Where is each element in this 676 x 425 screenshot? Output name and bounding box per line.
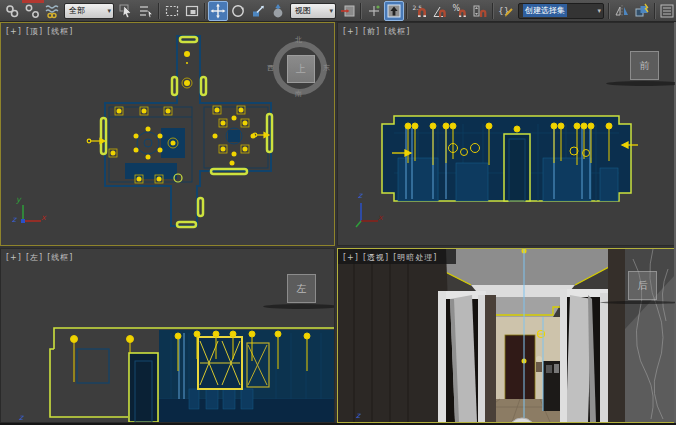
toolbar-separator <box>608 3 610 19</box>
viewport-name-button[interactable]: [顶] <box>26 27 43 36</box>
viewcube-shadow <box>600 301 676 304</box>
toolbar-separator <box>204 3 206 19</box>
select-object-icon[interactable] <box>116 1 136 21</box>
toolbar-separator <box>406 3 408 19</box>
axis-z-label: z <box>356 411 360 420</box>
select-by-name-icon[interactable] <box>136 1 156 21</box>
svg-text:%: % <box>453 3 461 12</box>
window-edge-fragment <box>22 0 44 3</box>
axis-x-label: x <box>378 213 383 222</box>
compass-north-label: 北 <box>295 35 302 45</box>
compass-east-label: 东 <box>323 63 330 73</box>
layer-manager-icon[interactable] <box>658 1 676 21</box>
dropdown-arrow-icon: ▾ <box>326 7 333 15</box>
viewport-left[interactable]: [+][左][线框] <box>0 248 335 423</box>
viewcube-back-face[interactable]: 后 <box>628 271 657 300</box>
coordinate-system-value: 视图 <box>295 5 311 16</box>
snaps-toggle-2-5-icon[interactable]: 2.5 <box>410 1 430 21</box>
viewport-shading-button[interactable]: [线框] <box>384 27 410 36</box>
selection-filter-value: 全部 <box>69 5 85 16</box>
axis-y-label: y <box>16 195 21 204</box>
perspective-scene <box>338 249 675 422</box>
select-and-rotate-icon[interactable] <box>228 1 248 21</box>
unlink-selection-icon[interactable] <box>22 1 42 21</box>
viewport-left-label[interactable]: [+][左][线框] <box>6 252 77 263</box>
viewport-name-button[interactable]: [前] <box>363 27 380 36</box>
spinner-snap-toggle-icon[interactable] <box>470 1 490 21</box>
front-elevation-drawing <box>338 23 675 245</box>
window-crossing-icon[interactable] <box>182 1 202 21</box>
percent-snap-toggle-icon[interactable]: % <box>450 1 470 21</box>
dropdown-arrow-icon: ▾ <box>104 7 111 15</box>
left-elevation-drawing <box>1 249 334 422</box>
viewcube-shadow <box>606 81 676 86</box>
compass-south-label: 南 <box>295 89 302 99</box>
viewport-menu-button[interactable]: [+] <box>343 27 359 36</box>
selection-filter-dropdown[interactable]: 全部 ▾ <box>64 3 114 19</box>
compass-west-label: 西 <box>267 63 274 73</box>
rectangular-selection-region-icon[interactable] <box>162 1 182 21</box>
viewport-name-button[interactable]: [透视] <box>363 253 389 262</box>
angle-snap-toggle-icon[interactable] <box>430 1 450 21</box>
select-and-place-icon[interactable] <box>268 1 288 21</box>
mirror-icon[interactable] <box>612 1 632 21</box>
toolbar-separator <box>360 3 362 19</box>
viewcube-compass-ring[interactable]: 上 北 东 南 西 <box>273 41 327 95</box>
viewport-front-label[interactable]: [+][前][线框] <box>343 26 414 37</box>
viewport-menu-button[interactable]: [+] <box>6 27 22 36</box>
viewport-shading-button[interactable]: [明暗处理] <box>393 253 437 262</box>
main-toolbar: 全部 ▾ 视图 ▾ 2.5 % <box>0 0 676 22</box>
axis-x-label: x <box>41 213 46 222</box>
viewport-front[interactable]: [+][前][线框] <box>337 22 676 246</box>
viewport-top-label[interactable]: [+][顶][线框] <box>6 26 77 37</box>
viewport-menu-button[interactable]: [+] <box>343 253 359 262</box>
select-and-manipulate-icon[interactable] <box>364 1 384 21</box>
viewcube-top-face[interactable]: 上 <box>287 55 315 83</box>
viewcube-left-face[interactable]: 左 <box>287 274 316 303</box>
toolbar-separator <box>492 3 494 19</box>
viewport-perspective[interactable]: [+][透视][明暗处理] <box>337 248 676 423</box>
align-icon[interactable] <box>632 1 652 21</box>
viewport-name-button[interactable]: [左] <box>26 253 43 262</box>
axis-z-label: z <box>19 413 23 422</box>
viewport-shading-button[interactable]: [线框] <box>47 27 73 36</box>
dropdown-arrow-icon: ▾ <box>594 7 601 15</box>
viewport-menu-button[interactable]: [+] <box>6 253 22 262</box>
select-and-link-icon[interactable] <box>2 1 22 21</box>
axis-z-label: z <box>12 215 16 224</box>
use-pivot-point-center-icon[interactable] <box>338 1 358 21</box>
selection-set-value: 创建选择集 <box>523 4 567 17</box>
select-and-scale-icon[interactable] <box>248 1 268 21</box>
edit-named-selection-sets-icon[interactable]: {} <box>496 1 516 21</box>
reference-coordinate-system-dropdown[interactable]: 视图 ▾ <box>290 3 336 19</box>
toolbar-separator <box>654 3 656 19</box>
viewport-perspective-label[interactable]: [+][透视][明暗处理] <box>343 252 441 263</box>
axis-z-label: z <box>358 191 362 200</box>
viewport-shading-button[interactable]: [线框] <box>47 253 73 262</box>
viewcube-front-face[interactable]: 前 <box>630 51 659 80</box>
bind-to-spacewarp-icon[interactable] <box>42 1 62 21</box>
keyboard-shortcut-override-button[interactable] <box>384 1 404 21</box>
viewport-top[interactable]: [+][顶][线框] <box>0 22 335 246</box>
select-and-move-button[interactable] <box>208 1 228 21</box>
viewcube-shadow <box>263 304 335 309</box>
named-selection-sets-dropdown[interactable]: 创建选择集 ▾ <box>518 3 604 19</box>
toolbar-separator <box>158 3 160 19</box>
